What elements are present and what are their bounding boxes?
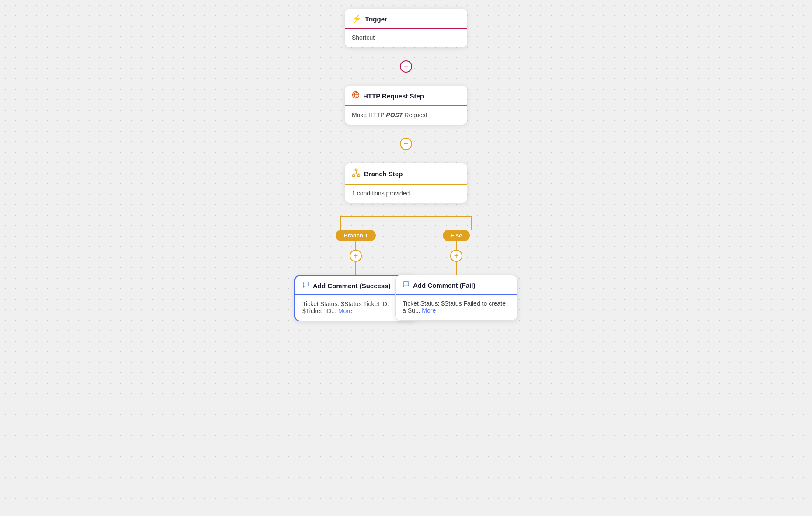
else-label: Else bbox=[443, 230, 470, 241]
add-button-1[interactable]: + bbox=[400, 60, 412, 73]
branch-body: 1 conditions provided bbox=[345, 185, 467, 203]
http-body-prefix: Make HTTP bbox=[352, 112, 386, 119]
http-icon bbox=[352, 91, 360, 101]
branch-node[interactable]: Branch Step 1 conditions provided bbox=[345, 163, 467, 203]
branch-drops bbox=[305, 217, 507, 230]
trigger-body-text: Shortcut bbox=[352, 34, 374, 41]
add-button-else[interactable]: + bbox=[450, 250, 462, 262]
comment-success-icon bbox=[302, 281, 309, 290]
branch-split-container: Branch 1 + Add Comment (Success) bbox=[253, 203, 559, 321]
trigger-header: ⚡ Trigger bbox=[345, 9, 467, 28]
connector-2: + bbox=[400, 125, 412, 163]
comment-success-title: Add Comment (Success) bbox=[313, 282, 391, 289]
http-title: HTTP Request Step bbox=[363, 92, 424, 100]
http-header: HTTP Request Step bbox=[345, 86, 467, 105]
comment-fail-icon bbox=[402, 281, 410, 289]
branch-header: Branch Step bbox=[345, 163, 467, 184]
comment-fail-node[interactable]: Add Comment (Fail) Ticket Status: $Statu… bbox=[395, 275, 518, 321]
arm-1-line-a bbox=[355, 241, 356, 250]
trigger-node[interactable]: ⚡ Trigger Shortcut bbox=[345, 9, 467, 47]
branch-arms: Branch 1 + Add Comment (Success) bbox=[297, 230, 515, 321]
line-1b bbox=[406, 73, 406, 86]
workflow-canvas: ⚡ Trigger Shortcut + HTTP Request Step bbox=[253, 9, 559, 321]
branch-1-label: Branch 1 bbox=[336, 230, 376, 241]
trigger-icon: ⚡ bbox=[352, 14, 361, 24]
comment-fail-more[interactable]: More bbox=[422, 307, 436, 314]
branch-body-text: 1 conditions provided bbox=[352, 190, 410, 197]
comment-fail-header: Add Comment (Fail) bbox=[396, 275, 517, 294]
line-2b bbox=[406, 150, 406, 163]
add-button-2[interactable]: + bbox=[400, 138, 412, 150]
add-button-branch1[interactable]: + bbox=[350, 250, 362, 262]
arm-else-line-b bbox=[456, 262, 457, 275]
branch-center-line bbox=[406, 203, 406, 216]
branch-title: Branch Step bbox=[364, 170, 402, 178]
branch-drop-left bbox=[340, 217, 341, 230]
connector-1: + bbox=[400, 47, 412, 86]
http-post-label: POST bbox=[386, 112, 402, 119]
trigger-title: Trigger bbox=[365, 15, 387, 23]
arm-else-line-a bbox=[456, 241, 457, 250]
branch-icon bbox=[352, 168, 360, 179]
branch-arm-else: Else + Add Comment (Fail) bbox=[406, 230, 507, 321]
line-2a bbox=[406, 125, 406, 138]
arm-1-line-b bbox=[355, 262, 356, 275]
line-1a bbox=[406, 47, 406, 60]
http-body: Make HTTP POST Request bbox=[345, 106, 467, 125]
comment-fail-body: Ticket Status: $Status Failed to create … bbox=[396, 295, 517, 320]
branch-drop-right bbox=[471, 217, 472, 230]
trigger-body: Shortcut bbox=[345, 29, 467, 47]
http-node[interactable]: HTTP Request Step Make HTTP POST Request bbox=[345, 86, 467, 125]
comment-fail-text: Ticket Status: $Status Failed to create … bbox=[402, 300, 506, 314]
branch-arm-1: Branch 1 + Add Comment (Success) bbox=[305, 230, 406, 321]
http-body-suffix: Request bbox=[402, 112, 427, 119]
comment-fail-title: Add Comment (Fail) bbox=[413, 282, 476, 289]
comment-success-more[interactable]: More bbox=[338, 307, 352, 314]
